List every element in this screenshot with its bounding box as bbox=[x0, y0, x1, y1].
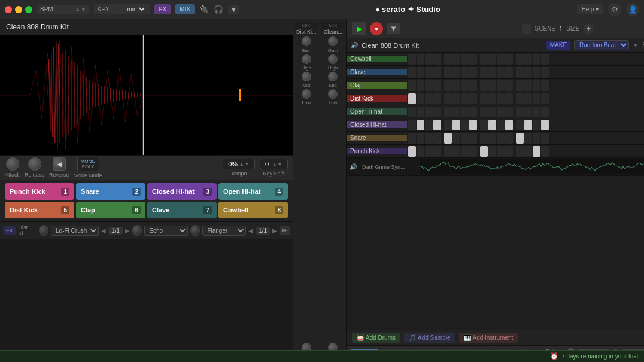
high-knob-1[interactable] bbox=[302, 54, 311, 64]
beat-cell[interactable] bbox=[533, 67, 540, 78]
fx-arrow-left-3[interactable]: ◀ bbox=[248, 227, 253, 234]
beat-dropdown-icon[interactable]: ▼ bbox=[633, 42, 639, 48]
beat-cell[interactable] bbox=[524, 54, 532, 65]
beat-cell[interactable] bbox=[516, 80, 524, 91]
bpm-input[interactable]: 120 bbox=[55, 6, 73, 13]
beat-cell[interactable] bbox=[433, 133, 441, 144]
beat-cell[interactable] bbox=[444, 120, 452, 130]
beat-cell[interactable] bbox=[433, 67, 441, 78]
beat-cell[interactable] bbox=[469, 67, 477, 78]
beat-cell[interactable] bbox=[452, 107, 460, 117]
beat-cell[interactable] bbox=[433, 120, 441, 130]
add-drums-button[interactable]: 🥁 Add Drums bbox=[352, 333, 400, 343]
beat-cell[interactable] bbox=[541, 93, 549, 104]
beat-cell[interactable] bbox=[425, 54, 433, 65]
beat-cell[interactable] bbox=[505, 80, 513, 91]
voice-mode-selector[interactable]: MONO POLY bbox=[77, 157, 99, 171]
dropdown-btn[interactable]: ▼ bbox=[387, 23, 400, 34]
beat-cell[interactable] bbox=[444, 133, 452, 144]
beat-cell[interactable] bbox=[533, 146, 540, 157]
beat-cell[interactable] bbox=[444, 93, 452, 104]
beat-cell[interactable] bbox=[524, 107, 532, 117]
beat-cell[interactable] bbox=[452, 120, 460, 130]
beat-cell[interactable] bbox=[497, 54, 505, 65]
mix-button[interactable]: MIX bbox=[175, 4, 195, 14]
beat-cell[interactable] bbox=[505, 93, 513, 104]
beat-cell[interactable] bbox=[516, 120, 524, 130]
beat-cell[interactable] bbox=[444, 146, 452, 157]
beat-cell[interactable] bbox=[444, 54, 452, 65]
beat-cell[interactable] bbox=[408, 80, 416, 91]
pad-closed-hi-hat[interactable]: Closed Hi-hat3 bbox=[147, 183, 217, 200]
beat-cell[interactable] bbox=[417, 120, 424, 130]
fx-select-3[interactable]: Flanger bbox=[202, 226, 246, 236]
beat-cell[interactable] bbox=[433, 93, 441, 104]
fx-select-1[interactable]: Lo-Fi Crush bbox=[51, 226, 99, 236]
key-shift-input[interactable]: 0 ▲▼ bbox=[260, 159, 288, 169]
scene-minus-btn[interactable]: − bbox=[522, 24, 531, 34]
pad-open-hi-hat[interactable]: Open Hi-hat4 bbox=[218, 183, 288, 200]
beat-cell[interactable] bbox=[444, 107, 452, 117]
beat-cell[interactable] bbox=[425, 67, 433, 78]
beat-cell[interactable] bbox=[461, 107, 469, 117]
high-knob-2[interactable] bbox=[328, 54, 338, 64]
beat-cell[interactable] bbox=[480, 54, 488, 65]
beat-cell[interactable] bbox=[497, 80, 505, 91]
beat-cell[interactable] bbox=[433, 107, 441, 117]
scene-add-btn[interactable]: + bbox=[583, 23, 594, 34]
fx-button[interactable]: FX bbox=[154, 4, 171, 14]
beat-cell[interactable] bbox=[524, 93, 532, 104]
bpm-control[interactable]: BPM 120 ▲▼ bbox=[37, 5, 89, 14]
beat-cell[interactable] bbox=[480, 107, 488, 117]
beat-cell[interactable] bbox=[524, 67, 532, 78]
beat-cell[interactable] bbox=[505, 133, 513, 144]
beat-cell[interactable] bbox=[469, 146, 477, 157]
beat-cell[interactable] bbox=[516, 54, 524, 65]
beat-cell[interactable] bbox=[461, 80, 469, 91]
beat-cell[interactable] bbox=[505, 120, 513, 130]
beat-cell[interactable] bbox=[541, 133, 549, 144]
mid-knob-2[interactable] bbox=[328, 72, 338, 81]
close-window-btn[interactable] bbox=[5, 6, 12, 13]
gain-knob-1[interactable] bbox=[302, 36, 311, 46]
beat-cell[interactable] bbox=[516, 93, 524, 104]
beat-cell[interactable] bbox=[505, 107, 513, 117]
beat-cell[interactable] bbox=[505, 67, 513, 78]
beat-cell[interactable] bbox=[417, 133, 424, 144]
beat-cell[interactable] bbox=[524, 146, 532, 157]
beat-cell[interactable] bbox=[480, 120, 488, 130]
beat-cell[interactable] bbox=[505, 54, 513, 65]
fx-knob-1[interactable] bbox=[39, 225, 48, 236]
beat-cell[interactable] bbox=[461, 54, 469, 65]
beat-cell[interactable] bbox=[425, 80, 433, 91]
beat-cell[interactable] bbox=[497, 120, 505, 130]
expand-btn[interactable]: ▼ bbox=[228, 5, 239, 14]
beat-cell[interactable] bbox=[425, 146, 433, 157]
beat-cell[interactable] bbox=[408, 67, 416, 78]
key-input[interactable]: C bbox=[111, 6, 123, 13]
beat-cell[interactable] bbox=[417, 80, 424, 91]
drum-name-clave[interactable]: Clave bbox=[347, 69, 407, 75]
beat-cell[interactable] bbox=[488, 54, 496, 65]
beat-cell[interactable] bbox=[488, 93, 496, 104]
help-button[interactable]: Help ▾ bbox=[577, 4, 603, 14]
beat-cell[interactable] bbox=[408, 120, 416, 130]
pad-clave[interactable]: Clave7 bbox=[147, 202, 217, 218]
beat-cell[interactable] bbox=[408, 54, 416, 65]
gain-knob-2[interactable] bbox=[328, 36, 338, 46]
beat-cell[interactable] bbox=[461, 146, 469, 157]
record-button[interactable]: ● bbox=[370, 22, 383, 35]
beat-cell[interactable] bbox=[425, 133, 433, 144]
beat-cell[interactable] bbox=[417, 54, 424, 65]
beat-cell[interactable] bbox=[469, 120, 477, 130]
beat-cell[interactable] bbox=[497, 146, 505, 157]
beat-cell[interactable] bbox=[541, 67, 549, 78]
maximize-window-btn[interactable] bbox=[25, 6, 32, 13]
beat-cell[interactable] bbox=[480, 80, 488, 91]
beat-cell[interactable] bbox=[469, 80, 477, 91]
beat-cell[interactable] bbox=[488, 146, 496, 157]
fx-arrow-right-1[interactable]: ▶ bbox=[125, 227, 130, 234]
fx-select-2[interactable]: Echo bbox=[144, 226, 188, 236]
beat-cell[interactable] bbox=[541, 107, 549, 117]
beat-cell[interactable] bbox=[488, 67, 496, 78]
